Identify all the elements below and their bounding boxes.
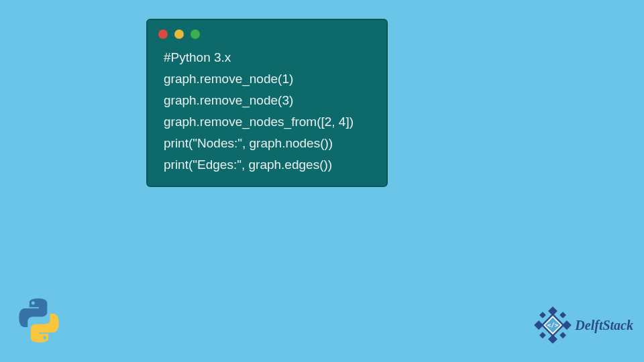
python-logo-icon (16, 298, 62, 343)
svg-marker-7 (560, 332, 567, 339)
svg-marker-4 (539, 312, 546, 318)
code-line: graph.remove_node(1) (164, 68, 373, 90)
maximize-icon (191, 29, 200, 39)
minimize-icon (174, 29, 184, 39)
delftstack-logo: </> DelftStack (533, 306, 633, 345)
close-icon (158, 29, 168, 39)
code-window: #Python 3.x graph.remove_node(1) graph.r… (146, 19, 388, 187)
code-body: #Python 3.x graph.remove_node(1) graph.r… (148, 44, 386, 175)
brand-name: DelftStack (575, 318, 633, 333)
window-controls (148, 20, 386, 44)
code-line: print("Nodes:", graph.nodes()) (164, 133, 373, 154)
svg-marker-5 (560, 312, 567, 318)
delftstack-badge-icon: </> (533, 306, 572, 345)
svg-marker-6 (539, 332, 546, 339)
svg-text:</>: </> (547, 321, 559, 328)
code-line: #Python 3.x (164, 47, 373, 68)
code-line: graph.remove_node(3) (164, 90, 373, 111)
code-line: print("Edges:", graph.edges()) (164, 154, 373, 176)
code-line: graph.remove_nodes_from([2, 4]) (164, 111, 373, 133)
